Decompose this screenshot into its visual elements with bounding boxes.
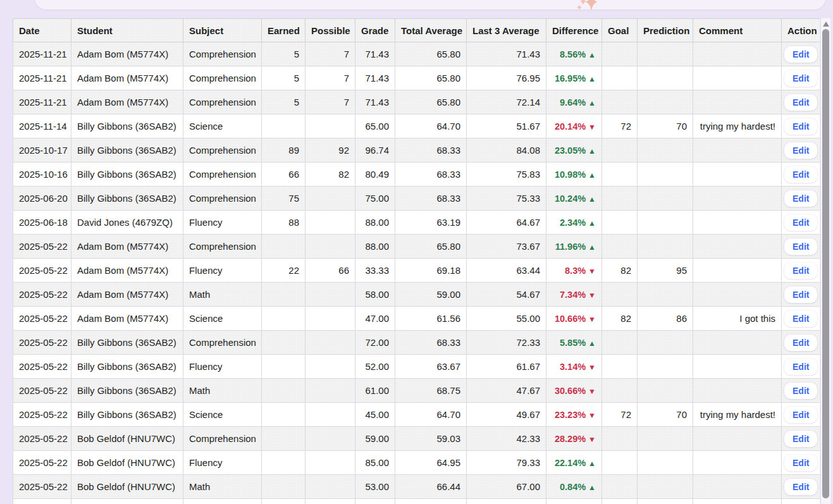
- cell-goal: [602, 499, 638, 504]
- cell-comment: [693, 499, 782, 504]
- table-row: 2025-10-16Billy Gibbons (36SAB2)Comprehe…: [13, 163, 820, 187]
- edit-button[interactable]: Edit: [784, 479, 817, 495]
- cell-student: Billy Gibbons (36SAB2): [71, 138, 183, 163]
- edit-button[interactable]: Edit: [784, 383, 817, 399]
- cell-total_avg: 64.70: [395, 114, 467, 138]
- cell-student: Adam Bom (M5774X): [71, 259, 183, 283]
- cell-action: Edit: [782, 307, 820, 331]
- cell-last3_avg: [467, 499, 546, 504]
- edit-button[interactable]: Edit: [784, 166, 817, 183]
- up-triangle-icon: ▲: [588, 75, 596, 83]
- table-row: 2025-11-21Adam Bom (M5774X)Comprehension…: [13, 66, 820, 90]
- cell-subject: [183, 499, 262, 504]
- cell-date: 2025-05-22: [13, 355, 71, 379]
- cell-student: Adam Bom (M5774X): [71, 66, 183, 90]
- edit-button[interactable]: Edit: [784, 286, 817, 303]
- cell-earned: [262, 499, 305, 504]
- cell-prediction: 95: [638, 259, 693, 283]
- table-row: 2025-11-21Adam Bom (M5774X)Comprehension…: [13, 42, 820, 66]
- cell-difference: 11.96%▲: [546, 235, 602, 259]
- cell-last3_avg: 54.67: [467, 283, 546, 307]
- column-header-total_avg: Total Average: [395, 19, 467, 42]
- cell-prediction: [638, 138, 693, 163]
- cell-comment: [693, 283, 782, 307]
- edit-button[interactable]: Edit: [784, 190, 817, 207]
- table-row: 2025-06-20Billy Gibbons (36SAB2)Comprehe…: [13, 187, 820, 211]
- edit-button[interactable]: Edit: [784, 310, 817, 327]
- cell-comment: [693, 187, 782, 211]
- cell-last3_avg: 84.08: [467, 138, 546, 163]
- edit-button[interactable]: Edit: [784, 238, 817, 255]
- cell-subject: Fluency: [183, 355, 262, 379]
- cell-possible: [305, 211, 355, 235]
- cell-student: Adam Bom (M5774X): [71, 283, 183, 307]
- scrollbar-up-arrow-icon[interactable]: [823, 22, 829, 27]
- edit-button[interactable]: Edit: [784, 70, 817, 87]
- edit-button[interactable]: Edit: [784, 214, 817, 231]
- cell-prediction: 86: [638, 307, 693, 331]
- cell-last3_avg: 75.83: [467, 163, 546, 187]
- table-row: 2025-06-18David Jones (4679ZQ)Fluency888…: [13, 211, 820, 235]
- cell-action: Edit: [782, 211, 820, 235]
- edit-button[interactable]: Edit: [784, 46, 817, 63]
- cell-possible: [305, 499, 355, 504]
- cell-possible: 66: [305, 259, 355, 283]
- cell-date: 2025-05-22: [13, 307, 71, 331]
- cell-comment: I got this: [693, 307, 782, 331]
- edit-button[interactable]: Edit: [784, 94, 817, 111]
- cell-total_avg: [395, 499, 467, 504]
- cell-earned: 89: [262, 138, 305, 163]
- cell-subject: Fluency: [183, 259, 262, 283]
- column-header-difference: Difference: [546, 19, 602, 42]
- cell-last3_avg: 47.67: [467, 379, 546, 403]
- column-header-last3_avg: Last 3 Average: [467, 19, 546, 42]
- edit-button[interactable]: Edit: [784, 359, 817, 375]
- cell-goal: [602, 90, 638, 114]
- edit-button[interactable]: Edit: [784, 455, 817, 471]
- cell-comment: [693, 138, 782, 163]
- edit-button[interactable]: Edit: [784, 407, 817, 423]
- cell-grade: 61.00: [355, 379, 395, 403]
- cell-earned: 66: [262, 163, 305, 187]
- cell-goal: [602, 355, 638, 379]
- cell-difference: 23.05%▲: [546, 138, 602, 163]
- cell-student: Adam Bom (M5774X): [71, 235, 183, 259]
- cell-difference: 3.14%▼: [546, 355, 602, 379]
- cell-action: Edit: [782, 114, 820, 138]
- cell-subject: Math: [183, 379, 262, 403]
- cell-date: 2025-05-22: [13, 283, 71, 307]
- cell-total_avg: 64.95: [395, 451, 467, 475]
- cell-possible: [305, 331, 355, 355]
- edit-button[interactable]: Edit: [784, 118, 817, 135]
- cell-earned: 88: [262, 211, 305, 235]
- cell-last3_avg: 61.67: [467, 355, 546, 379]
- cell-date: 2025-05-22: [13, 235, 71, 259]
- cell-subject: Science: [183, 114, 262, 138]
- edit-button[interactable]: Edit: [784, 335, 817, 351]
- edit-button[interactable]: Edit: [784, 431, 817, 447]
- cell-subject: Comprehension: [183, 187, 262, 211]
- edit-button[interactable]: Edit: [784, 142, 817, 159]
- cell-subject: Comprehension: [183, 90, 262, 114]
- scrollbar-thumb[interactable]: [822, 29, 829, 498]
- table-row: 2025-10-17Billy Gibbons (36SAB2)Comprehe…: [13, 138, 820, 163]
- vertical-scrollbar[interactable]: [820, 18, 830, 504]
- cell-prediction: [638, 211, 693, 235]
- cell-grade: 65.00: [355, 114, 395, 138]
- cell-difference: 10.98%▲: [546, 163, 602, 187]
- cell-total_avg: 65.80: [395, 66, 467, 90]
- cell-earned: [262, 403, 305, 427]
- edit-button[interactable]: Edit: [784, 262, 817, 279]
- cell-grade: 71.43: [355, 66, 395, 90]
- cell-prediction: [638, 355, 693, 379]
- cell-student: Bob Geldof (HNU7WC): [71, 427, 183, 451]
- up-triangle-icon: ▲: [588, 147, 596, 156]
- cell-possible: [305, 355, 355, 379]
- cell-action: Edit: [782, 403, 820, 427]
- cell-date: 2025-11-14: [13, 114, 71, 138]
- cell-grade: 52.00: [355, 355, 395, 379]
- column-header-action: Action: [782, 19, 820, 42]
- cell-total_avg: 65.80: [395, 235, 467, 259]
- cell-difference: 9.64%▲: [546, 90, 602, 114]
- cell-prediction: [638, 66, 693, 90]
